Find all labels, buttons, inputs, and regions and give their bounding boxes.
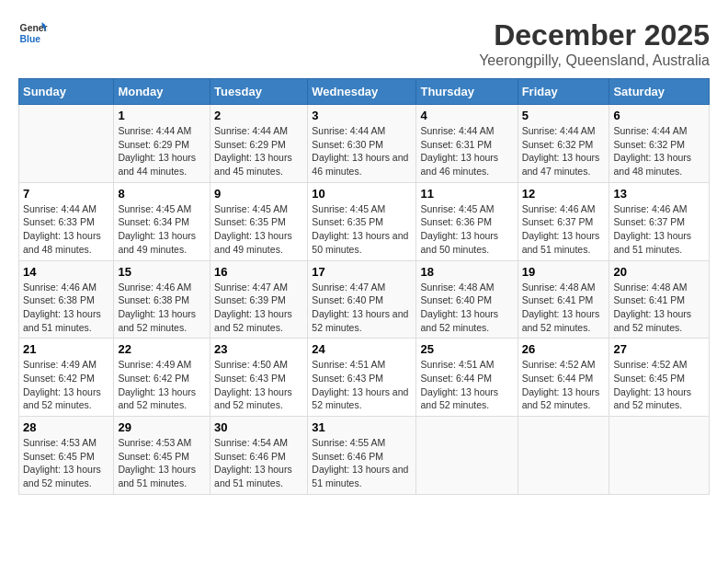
day-number: 2 xyxy=(214,109,303,122)
week-row-2: 7 Sunrise: 4:44 AMSunset: 6:33 PMDayligh… xyxy=(19,182,710,260)
cell-week3-day4: 18 Sunrise: 4:48 AMSunset: 6:40 PMDaylig… xyxy=(416,260,518,339)
day-number: 31 xyxy=(312,420,412,434)
logo: General Blue xyxy=(18,18,48,48)
day-info: Sunrise: 4:53 AMSunset: 6:45 PMDaylight:… xyxy=(23,437,101,488)
day-number: 14 xyxy=(23,265,109,279)
day-number: 10 xyxy=(312,187,412,201)
header-monday: Monday xyxy=(114,79,210,105)
cell-week2-day6: 13 Sunrise: 4:46 AMSunset: 6:37 PMDaylig… xyxy=(609,182,710,260)
day-number: 29 xyxy=(118,420,206,434)
cell-week4-day0: 21 Sunrise: 4:49 AMSunset: 6:42 PMDaylig… xyxy=(19,339,114,417)
day-info: Sunrise: 4:45 AMSunset: 6:34 PMDaylight:… xyxy=(118,203,196,255)
week-row-5: 28 Sunrise: 4:53 AMSunset: 6:45 PMDaylig… xyxy=(19,417,710,495)
cell-week4-day1: 22 Sunrise: 4:49 AMSunset: 6:42 PMDaylig… xyxy=(114,339,210,417)
cell-week3-day3: 17 Sunrise: 4:47 AMSunset: 6:40 PMDaylig… xyxy=(308,260,416,339)
cell-week3-day0: 14 Sunrise: 4:46 AMSunset: 6:38 PMDaylig… xyxy=(19,260,114,339)
day-info: Sunrise: 4:47 AMSunset: 6:40 PMDaylight:… xyxy=(312,282,408,333)
header-saturday: Saturday xyxy=(609,79,710,105)
day-info: Sunrise: 4:44 AMSunset: 6:29 PMDaylight:… xyxy=(214,125,292,177)
calendar-table: Sunday Monday Tuesday Wednesday Thursday… xyxy=(18,78,710,495)
cell-week5-day6 xyxy=(609,417,710,495)
header-row: Sunday Monday Tuesday Wednesday Thursday… xyxy=(19,79,710,105)
day-number: 5 xyxy=(522,109,606,122)
cell-week5-day3: 31 Sunrise: 4:55 AMSunset: 6:46 PMDaylig… xyxy=(308,417,416,495)
cell-week3-day2: 16 Sunrise: 4:47 AMSunset: 6:39 PMDaylig… xyxy=(210,260,308,339)
day-info: Sunrise: 4:44 AMSunset: 6:31 PMDaylight:… xyxy=(420,125,498,177)
day-info: Sunrise: 4:55 AMSunset: 6:46 PMDaylight:… xyxy=(312,437,408,488)
day-number: 23 xyxy=(214,342,303,356)
cell-week4-day2: 23 Sunrise: 4:50 AMSunset: 6:43 PMDaylig… xyxy=(210,339,308,417)
header-friday: Friday xyxy=(518,79,609,105)
day-number: 22 xyxy=(118,342,206,356)
day-number: 13 xyxy=(613,187,705,201)
svg-text:Blue: Blue xyxy=(20,34,41,44)
cell-week2-day5: 12 Sunrise: 4:46 AMSunset: 6:37 PMDaylig… xyxy=(518,182,609,260)
cell-week1-day4: 4 Sunrise: 4:44 AMSunset: 6:31 PMDayligh… xyxy=(416,105,518,183)
day-number: 25 xyxy=(420,342,513,356)
day-info: Sunrise: 4:48 AMSunset: 6:40 PMDaylight:… xyxy=(420,282,498,333)
cell-week1-day5: 5 Sunrise: 4:44 AMSunset: 6:32 PMDayligh… xyxy=(518,105,609,183)
cell-week2-day3: 10 Sunrise: 4:45 AMSunset: 6:35 PMDaylig… xyxy=(308,182,416,260)
cell-week4-day5: 26 Sunrise: 4:52 AMSunset: 6:44 PMDaylig… xyxy=(518,339,609,417)
day-info: Sunrise: 4:45 AMSunset: 6:36 PMDaylight:… xyxy=(420,203,498,255)
calendar-body: 1 Sunrise: 4:44 AMSunset: 6:29 PMDayligh… xyxy=(19,105,710,495)
day-info: Sunrise: 4:50 AMSunset: 6:43 PMDaylight:… xyxy=(214,359,292,410)
day-info: Sunrise: 4:49 AMSunset: 6:42 PMDaylight:… xyxy=(118,359,196,410)
day-info: Sunrise: 4:48 AMSunset: 6:41 PMDaylight:… xyxy=(613,282,691,333)
day-number: 11 xyxy=(420,187,513,201)
day-info: Sunrise: 4:45 AMSunset: 6:35 PMDaylight:… xyxy=(312,203,408,255)
day-number: 28 xyxy=(23,420,109,434)
day-info: Sunrise: 4:46 AMSunset: 6:38 PMDaylight:… xyxy=(118,282,196,333)
day-info: Sunrise: 4:51 AMSunset: 6:44 PMDaylight:… xyxy=(420,359,498,410)
day-number: 12 xyxy=(522,187,606,201)
header-wednesday: Wednesday xyxy=(308,79,416,105)
day-number: 7 xyxy=(23,187,109,201)
day-info: Sunrise: 4:46 AMSunset: 6:37 PMDaylight:… xyxy=(522,203,600,255)
day-info: Sunrise: 4:44 AMSunset: 6:29 PMDaylight:… xyxy=(118,125,196,177)
day-info: Sunrise: 4:51 AMSunset: 6:43 PMDaylight:… xyxy=(312,359,408,410)
day-number: 8 xyxy=(118,187,206,201)
day-info: Sunrise: 4:54 AMSunset: 6:46 PMDaylight:… xyxy=(214,437,292,488)
day-info: Sunrise: 4:47 AMSunset: 6:39 PMDaylight:… xyxy=(214,282,292,333)
day-number: 21 xyxy=(23,342,109,356)
day-number: 15 xyxy=(118,265,206,279)
day-number: 18 xyxy=(420,265,513,279)
cell-week4-day4: 25 Sunrise: 4:51 AMSunset: 6:44 PMDaylig… xyxy=(416,339,518,417)
cell-week2-day0: 7 Sunrise: 4:44 AMSunset: 6:33 PMDayligh… xyxy=(19,182,114,260)
logo-icon: General Blue xyxy=(18,18,48,48)
cell-week4-day6: 27 Sunrise: 4:52 AMSunset: 6:45 PMDaylig… xyxy=(609,339,710,417)
day-number: 19 xyxy=(522,265,606,279)
cell-week2-day1: 8 Sunrise: 4:45 AMSunset: 6:34 PMDayligh… xyxy=(114,182,210,260)
day-info: Sunrise: 4:44 AMSunset: 6:33 PMDaylight:… xyxy=(23,203,101,255)
header-thursday: Thursday xyxy=(416,79,518,105)
day-info: Sunrise: 4:44 AMSunset: 6:32 PMDaylight:… xyxy=(613,125,691,177)
day-number: 30 xyxy=(214,420,303,434)
sub-title: Yeerongpilly, Queensland, Australia xyxy=(479,52,710,69)
day-info: Sunrise: 4:44 AMSunset: 6:32 PMDaylight:… xyxy=(522,125,600,177)
week-row-1: 1 Sunrise: 4:44 AMSunset: 6:29 PMDayligh… xyxy=(19,105,710,183)
day-number: 26 xyxy=(522,342,606,356)
day-info: Sunrise: 4:49 AMSunset: 6:42 PMDaylight:… xyxy=(23,359,101,410)
day-number: 16 xyxy=(214,265,303,279)
cell-week5-day0: 28 Sunrise: 4:53 AMSunset: 6:45 PMDaylig… xyxy=(19,417,114,495)
week-row-3: 14 Sunrise: 4:46 AMSunset: 6:38 PMDaylig… xyxy=(19,260,710,339)
day-info: Sunrise: 4:52 AMSunset: 6:45 PMDaylight:… xyxy=(613,359,691,410)
cell-week1-day6: 6 Sunrise: 4:44 AMSunset: 6:32 PMDayligh… xyxy=(609,105,710,183)
header-sunday: Sunday xyxy=(19,79,114,105)
day-number: 1 xyxy=(118,109,206,122)
cell-week2-day2: 9 Sunrise: 4:45 AMSunset: 6:35 PMDayligh… xyxy=(210,182,308,260)
day-number: 17 xyxy=(312,265,412,279)
day-info: Sunrise: 4:53 AMSunset: 6:45 PMDaylight:… xyxy=(118,437,196,488)
cell-week1-day0 xyxy=(19,105,114,183)
cell-week3-day1: 15 Sunrise: 4:46 AMSunset: 6:38 PMDaylig… xyxy=(114,260,210,339)
day-number: 27 xyxy=(613,342,705,356)
day-number: 6 xyxy=(613,109,705,122)
day-number: 24 xyxy=(312,342,412,356)
title-area: December 2025 Yeerongpilly, Queensland, … xyxy=(479,18,710,69)
cell-week5-day1: 29 Sunrise: 4:53 AMSunset: 6:45 PMDaylig… xyxy=(114,417,210,495)
cell-week1-day3: 3 Sunrise: 4:44 AMSunset: 6:30 PMDayligh… xyxy=(308,105,416,183)
cell-week5-day4 xyxy=(416,417,518,495)
cell-week4-day3: 24 Sunrise: 4:51 AMSunset: 6:43 PMDaylig… xyxy=(308,339,416,417)
day-number: 3 xyxy=(312,109,412,122)
header: General Blue December 2025 Yeerongpilly,… xyxy=(18,18,710,69)
